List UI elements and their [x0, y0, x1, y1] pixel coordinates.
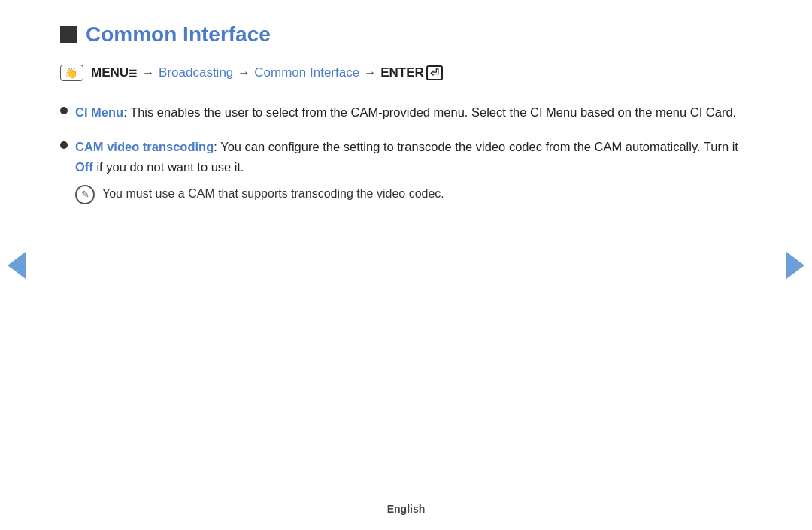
page-container: Common Interface 👋 MENU☰ → Broadcasting … [0, 0, 812, 530]
breadcrumb-arrow-1: → [142, 66, 154, 80]
item-2-text-before: You can configure the setting to transco… [217, 140, 738, 153]
item-1-label: CI Menu [75, 105, 123, 119]
nav-arrow-left[interactable] [8, 252, 26, 279]
breadcrumb-common-interface: Common Interface [254, 65, 359, 80]
breadcrumb: 👋 MENU☰ → Broadcasting → Common Interfac… [60, 65, 752, 81]
item-1-body: This enables the user to select from the… [127, 105, 736, 119]
item-2-text: CAM video transcoding: You can configure… [75, 137, 752, 204]
hand-icon: 👋 [65, 67, 77, 79]
title-square-icon [60, 26, 77, 43]
note-text: You must use a CAM that supports transco… [102, 184, 752, 204]
item-2-text-after: if you do not want to use it. [93, 160, 244, 174]
menu-icon-box: 👋 [60, 65, 83, 81]
note-row: ✎ You must use a CAM that supports trans… [75, 184, 752, 204]
nav-arrow-right[interactable] [786, 252, 804, 279]
page-title: Common Interface [86, 23, 271, 47]
enter-label: ENTER [380, 65, 424, 80]
breadcrumb-enter: ENTER⏎ [380, 65, 443, 80]
item-2-label: CAM video transcoding [75, 140, 214, 153]
breadcrumb-broadcasting: Broadcasting [159, 65, 233, 80]
item-1-text: CI Menu: This enables the user to select… [75, 102, 752, 122]
bullet-icon [60, 107, 68, 114]
list-item: CI Menu: This enables the user to select… [60, 102, 752, 122]
enter-symbol: ⏎ [426, 65, 443, 80]
bullet-icon [60, 141, 68, 149]
note-icon-symbol: ✎ [81, 187, 89, 203]
breadcrumb-arrow-3: → [364, 66, 376, 80]
page-title-row: Common Interface [60, 23, 752, 47]
item-2-off: Off [75, 160, 93, 174]
list-item: CAM video transcoding: You can configure… [60, 137, 752, 204]
breadcrumb-menu-label: MENU☰ [91, 65, 138, 80]
content-list: CI Menu: This enables the user to select… [60, 102, 752, 204]
note-icon: ✎ [75, 185, 95, 204]
breadcrumb-arrow-2: → [238, 66, 250, 80]
footer-language: English [0, 503, 812, 515]
